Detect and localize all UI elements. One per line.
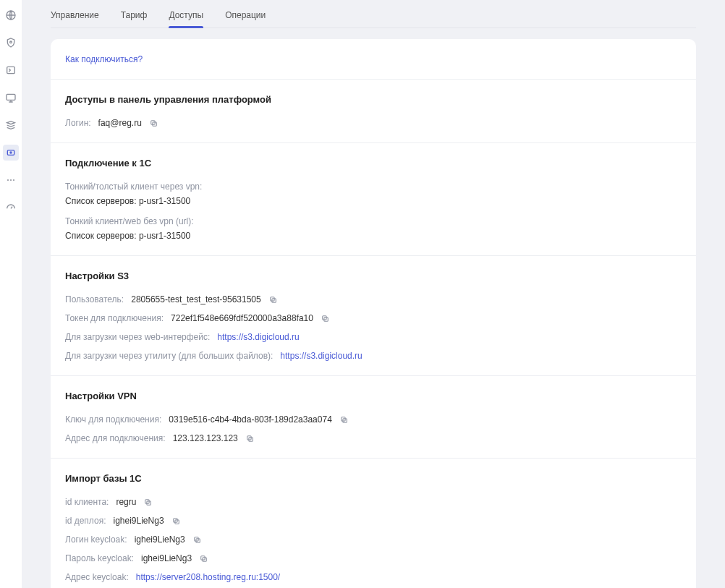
- deploy-id-label: id деплоя:: [65, 516, 106, 526]
- kc-addr-label: Адрес keycloak:: [65, 572, 129, 582]
- s3-web-upload-label: Для загрузки через web-интерфейс:: [65, 332, 210, 342]
- sidebar: [0, 0, 22, 588]
- login-label: Логин:: [65, 118, 91, 128]
- kc-login-label: Логин keycloak:: [65, 534, 127, 545]
- copy-icon[interactable]: [245, 434, 255, 443]
- tab-management[interactable]: Управление: [51, 6, 99, 27]
- client-id-label: id клиента:: [65, 497, 109, 507]
- server-list-2: Список серверов: p-usr1-31500: [65, 231, 682, 241]
- connect-1c-title: Подключение к 1С: [65, 158, 682, 169]
- tab-operations[interactable]: Операции: [225, 6, 266, 27]
- how-to-connect-link[interactable]: Как подключиться?: [65, 54, 143, 64]
- kc-pass-value: ighei9LieNg3: [141, 553, 192, 563]
- vpn-key-label: Ключ для подключения:: [65, 414, 161, 425]
- login-value: faq@reg.ru: [98, 118, 142, 128]
- vpn-title: Настройки VPN: [65, 391, 682, 401]
- copy-icon[interactable]: [268, 295, 278, 304]
- tab-tariff[interactable]: Тариф: [121, 6, 148, 27]
- globe-icon[interactable]: [3, 7, 19, 23]
- copy-icon[interactable]: [199, 554, 208, 563]
- gauge-icon[interactable]: [3, 200, 19, 216]
- s3-token-label: Токен для подключения:: [65, 313, 164, 323]
- s3-user-label: Пользователь:: [65, 294, 124, 304]
- thin-web-novpn-caption: Тонкий клиент/web без vpn (url):: [65, 216, 682, 226]
- vpn-address-value: 123.123.123.123: [173, 433, 238, 443]
- s3-util-upload-link[interactable]: https://s3.digicloud.ru: [280, 351, 362, 361]
- copy-icon[interactable]: [143, 498, 153, 507]
- monitor-icon[interactable]: [3, 90, 19, 106]
- copy-icon[interactable]: [149, 119, 158, 128]
- kc-pass-label: Пароль keycloak:: [65, 553, 134, 563]
- copy-icon[interactable]: [192, 535, 202, 545]
- copy-icon[interactable]: [339, 415, 349, 425]
- deploy-id-value: ighei9LieNg3: [114, 516, 164, 526]
- copy-icon[interactable]: [321, 314, 330, 323]
- tab-accesses[interactable]: Доступы: [169, 6, 203, 27]
- s3-web-upload-link[interactable]: https://s3.digicloud.ru: [217, 332, 299, 342]
- server-list-1: Список серверов: p-usr1-31500: [65, 196, 682, 206]
- accesses-card: Как подключиться? Доступы в панель управ…: [51, 39, 696, 588]
- vpn-key-value: 0319e516-c4b4-4bda-803f-189d2a3aa074: [169, 414, 332, 425]
- kc-addr-link[interactable]: https://server208.hosting.reg.ru:1500/: [136, 572, 280, 582]
- svg-point-6: [7, 179, 9, 181]
- shield-icon[interactable]: [3, 35, 19, 51]
- stack-icon[interactable]: [3, 117, 19, 133]
- s3-util-upload-label: Для загрузки через утилиту (для больших …: [65, 351, 273, 361]
- svg-rect-4: [7, 150, 14, 155]
- box-icon[interactable]: [3, 145, 19, 161]
- s3-user-value: 2805655-test_test_test-95631505: [131, 294, 260, 304]
- svg-rect-3: [7, 94, 15, 100]
- s3-token-value: 722ef1f548e669fdf520000a3a88fa10: [171, 313, 313, 323]
- kc-login-value: ighei9LieNg3: [135, 534, 185, 545]
- copy-icon[interactable]: [171, 516, 181, 526]
- main-content: Управление Тариф Доступы Операции Как по…: [22, 0, 725, 588]
- s3-title: Настройки S3: [65, 270, 682, 281]
- thin-thick-vpn-caption: Тонкий/толстый клиент через vpn:: [65, 182, 682, 192]
- client-id-value: regru: [116, 497, 136, 507]
- vpn-address-label: Адрес для подключения:: [65, 433, 166, 443]
- tabs: Управление Тариф Доступы Операции: [51, 0, 696, 28]
- more-icon[interactable]: [3, 172, 19, 188]
- window-icon[interactable]: [3, 62, 19, 78]
- svg-point-1: [10, 41, 12, 43]
- svg-point-7: [10, 179, 12, 181]
- import-1c-title: Импорт базы 1С: [65, 473, 682, 484]
- panel-access-title: Доступы в панель управления платформой: [65, 94, 682, 105]
- svg-point-8: [13, 179, 14, 181]
- svg-point-5: [10, 152, 12, 153]
